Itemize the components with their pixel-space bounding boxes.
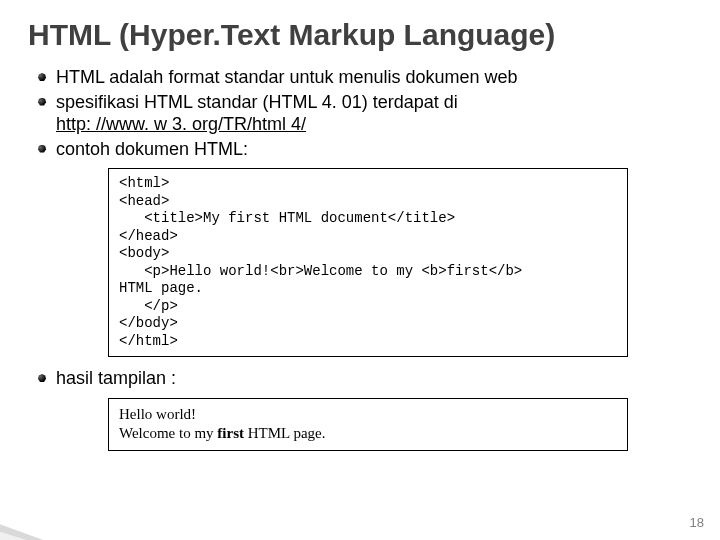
code-line: <body> xyxy=(119,245,169,261)
output-line-part: Welcome to my xyxy=(119,425,217,441)
slide-decoration xyxy=(0,480,130,540)
output-line-part: HTML page. xyxy=(244,425,326,441)
bullet-text: spesifikasi HTML standar (HTML 4. 01) te… xyxy=(56,92,458,112)
code-box: <html> <head> <title>My first HTML docum… xyxy=(108,168,628,357)
bullet-item: spesifikasi HTML standar (HTML 4. 01) te… xyxy=(38,91,692,136)
code-line: </body> xyxy=(119,315,178,331)
code-line: </head> xyxy=(119,228,178,244)
page-title: HTML (Hyper.Text Markup Language) xyxy=(28,18,692,52)
code-line: <p>Hello world!<br>Welcome to my <b>firs… xyxy=(119,263,522,279)
code-line: <head> xyxy=(119,193,169,209)
output-box: Hello world! Welcome to my first HTML pa… xyxy=(108,398,628,451)
bullet-item: contoh dokumen HTML: xyxy=(38,138,692,161)
bullet-item: HTML adalah format standar untuk menulis… xyxy=(38,66,692,89)
code-line: <title>My first HTML document</title> xyxy=(119,210,455,226)
bullet-item: hasil tampilan : xyxy=(38,367,692,390)
spec-link[interactable]: http: //www. w 3. org/TR/html 4/ xyxy=(56,114,306,134)
output-line: Hello world! xyxy=(119,406,196,422)
code-line: </html> xyxy=(119,333,178,349)
bullet-list-2: hasil tampilan : xyxy=(28,367,692,390)
bullet-text: HTML adalah format standar untuk menulis… xyxy=(56,67,518,87)
code-line: HTML page. xyxy=(119,280,203,296)
bullet-text: hasil tampilan : xyxy=(56,368,176,388)
slide: HTML (Hyper.Text Markup Language) HTML a… xyxy=(0,0,720,540)
bullet-list-1: HTML adalah format standar untuk menulis… xyxy=(28,66,692,160)
page-number: 18 xyxy=(690,515,704,530)
code-line: </p> xyxy=(119,298,178,314)
code-line: <html> xyxy=(119,175,169,191)
output-bold: first xyxy=(217,425,244,441)
bullet-text: contoh dokumen HTML: xyxy=(56,139,248,159)
